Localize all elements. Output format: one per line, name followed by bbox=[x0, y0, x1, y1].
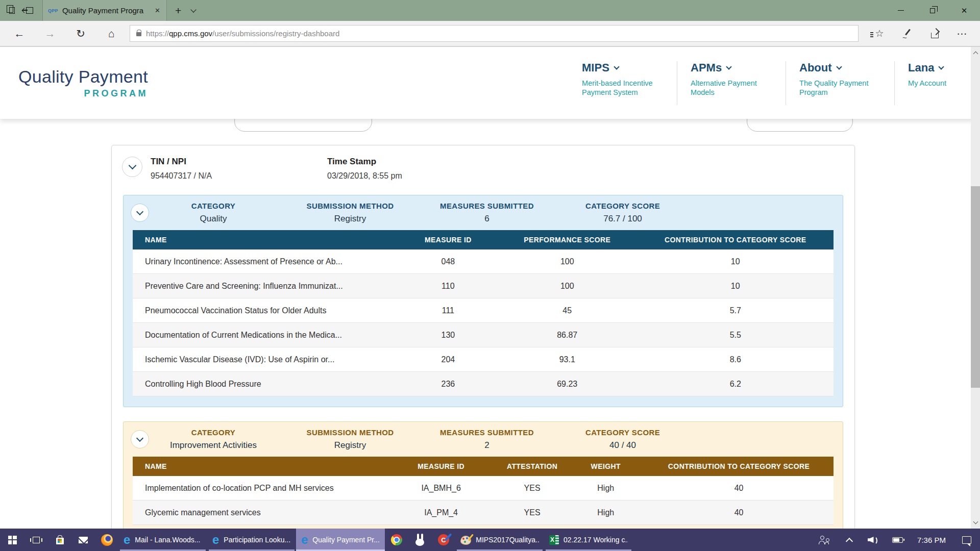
column-header: PERFORMANCE SCORE bbox=[497, 230, 638, 249]
restore-icon bbox=[930, 8, 935, 13]
chevron-down-icon bbox=[836, 64, 842, 69]
nav-mips[interactable]: MIPS Merit-based Incentive Payment Syste… bbox=[569, 61, 677, 105]
paint-palette-icon bbox=[460, 536, 471, 545]
table-cell: 236 bbox=[399, 372, 497, 396]
table-row: Controlling High Blood Pressure23669.236… bbox=[133, 372, 834, 396]
table-cell: YES bbox=[497, 476, 567, 500]
web-page: Quality Payment PROGRAM MIPS Merit-based… bbox=[0, 47, 980, 529]
rabbit-app-button[interactable] bbox=[408, 529, 432, 551]
taskbar-window-participation[interactable]: eParticipation Looku... bbox=[207, 529, 296, 551]
web-note-button[interactable] bbox=[893, 21, 921, 46]
timestamp-block: Time Stamp 03/29/2018, 8:55 pm bbox=[327, 157, 496, 181]
edge-icon: e bbox=[212, 534, 219, 546]
back-button[interactable]: ← bbox=[4, 28, 35, 40]
table-cell: Controlling High Blood Pressure bbox=[133, 372, 399, 396]
minimize-button[interactable] bbox=[885, 0, 917, 21]
table-cell: Urinary Incontinence: Assessment of Pres… bbox=[133, 249, 399, 273]
nav-apms[interactable]: APMs Alternative Payment Models bbox=[677, 61, 786, 105]
mail-app-button[interactable] bbox=[71, 529, 95, 551]
measures-label: MEASURES SUBMITTED bbox=[430, 202, 544, 210]
table-cell: 111 bbox=[399, 298, 497, 322]
microsoft-store-button[interactable] bbox=[48, 529, 71, 551]
tab-list-chevron-icon[interactable] bbox=[191, 7, 197, 12]
minimize-icon bbox=[898, 10, 904, 11]
task-view-button[interactable] bbox=[24, 529, 48, 551]
taskbar-clock[interactable]: 7:36 PM bbox=[910, 529, 953, 551]
chrome-button[interactable] bbox=[385, 529, 408, 551]
table-cell: 6.2 bbox=[638, 372, 834, 396]
measures-value: 6 bbox=[430, 214, 544, 224]
table-cell: 40 bbox=[644, 500, 834, 524]
nav-account-sub: My Account bbox=[908, 79, 946, 88]
chevron-down-icon bbox=[939, 64, 944, 69]
taskbar-window-paint[interactable]: MIPS2017Qualitya... bbox=[455, 529, 544, 551]
refresh-button[interactable]: ↻ bbox=[65, 28, 96, 40]
star-icon: ☆ bbox=[875, 29, 884, 38]
tabs-preview-icon[interactable] bbox=[9, 7, 15, 14]
column-header: CONTRIBUTION TO CATEGORY SCORE bbox=[644, 457, 834, 476]
tab-close-icon[interactable]: ✕ bbox=[154, 7, 161, 14]
new-tab-button[interactable]: + bbox=[167, 5, 189, 17]
chrome-icon bbox=[391, 534, 402, 545]
quality-section: CATEGORYQuality SUBMISSION METHODRegistr… bbox=[123, 195, 843, 407]
nav-about[interactable]: About The Quality Payment Program bbox=[786, 61, 894, 105]
action-center-button[interactable] bbox=[953, 529, 980, 551]
score-label: CATEGORY SCORE bbox=[544, 428, 701, 437]
site-header: Quality Payment PROGRAM MIPS Merit-based… bbox=[0, 47, 980, 119]
close-button[interactable]: ✕ bbox=[948, 0, 980, 21]
table-cell: 5.7 bbox=[638, 298, 834, 322]
table-cell: 10 bbox=[638, 249, 834, 273]
show-hidden-icons-button[interactable] bbox=[838, 529, 861, 551]
page-scrollbar[interactable] bbox=[971, 47, 980, 529]
chevron-down-icon bbox=[136, 208, 143, 215]
window-title: 02.22.17 Working c... bbox=[564, 536, 628, 544]
restore-button[interactable] bbox=[917, 0, 948, 21]
battery-button[interactable] bbox=[885, 529, 910, 551]
category-value: Quality bbox=[156, 214, 271, 224]
scroll-up-button[interactable] bbox=[971, 48, 980, 58]
table-cell: IA_PM_4 bbox=[385, 500, 497, 524]
firefox-button[interactable] bbox=[95, 529, 118, 551]
address-bar[interactable]: https://qpp.cms.gov/user/submissions/reg… bbox=[130, 25, 859, 42]
nav-apms-label: APMs bbox=[691, 61, 722, 74]
nav-account[interactable]: Lana My Account bbox=[894, 61, 960, 105]
collapse-improvement-button[interactable] bbox=[131, 430, 149, 448]
ccleaner-button[interactable] bbox=[432, 529, 455, 551]
chevron-down-icon bbox=[726, 64, 732, 69]
start-button[interactable] bbox=[0, 529, 24, 551]
table-cell: 86.87 bbox=[497, 323, 638, 347]
forward-button[interactable]: → bbox=[35, 28, 65, 40]
share-button[interactable] bbox=[921, 21, 948, 46]
screen: QPP Quality Payment Progra ✕ + ✕ ← → ↻ ⌂… bbox=[0, 0, 980, 551]
qpp-favicon: QPP bbox=[48, 8, 58, 13]
scrollbar-thumb[interactable] bbox=[971, 186, 980, 388]
tin-row: TIN / NPI 954407317 / N/A Time Stamp 03/… bbox=[112, 145, 854, 181]
taskbar-window-mail[interactable]: eMail - Lana.Woods... bbox=[118, 529, 207, 551]
browser-tab[interactable]: QPP Quality Payment Progra ✕ bbox=[43, 0, 167, 21]
qpp-logo[interactable]: Quality Payment PROGRAM bbox=[18, 67, 148, 99]
favorites-hub-button[interactable]: ☆ bbox=[866, 21, 893, 46]
score-value: 40 / 40 bbox=[544, 440, 701, 450]
collapse-quality-button[interactable] bbox=[131, 204, 149, 222]
table-cell: 8.6 bbox=[638, 347, 834, 371]
tin-block: TIN / NPI 954407317 / N/A bbox=[151, 157, 319, 181]
volume-button[interactable] bbox=[861, 529, 885, 551]
logo-line2: PROGRAM bbox=[18, 88, 148, 99]
table-cell: Pneumococcal Vaccination Status for Olde… bbox=[133, 298, 399, 322]
table-row: Preventive Care and Screening: Influenza… bbox=[133, 274, 834, 298]
more-button[interactable]: ⋯ bbox=[948, 21, 976, 46]
collapse-submission-button[interactable] bbox=[122, 157, 142, 177]
method-value: Registry bbox=[271, 214, 430, 224]
improvement-section: CATEGORYImprovement Activities SUBMISSIO… bbox=[123, 421, 843, 529]
set-tabs-aside-icon[interactable] bbox=[26, 7, 33, 14]
taskbar-window-excel[interactable]: 02.22.17 Working c... bbox=[544, 529, 633, 551]
chevron-up-icon bbox=[973, 52, 978, 57]
scroll-down-button[interactable] bbox=[971, 517, 980, 528]
taskbar-window-qpp[interactable]: eQuality Payment Pr... bbox=[296, 529, 385, 551]
url-path: /user/submissions/registry-dashboard bbox=[212, 29, 339, 38]
home-button[interactable]: ⌂ bbox=[96, 28, 127, 40]
table-row: Glycemic management servicesIA_PM_4YESHi… bbox=[133, 500, 834, 525]
method-label: SUBMISSION METHOD bbox=[271, 428, 430, 437]
table-cell: 110 bbox=[399, 274, 497, 298]
people-button[interactable] bbox=[810, 529, 838, 551]
